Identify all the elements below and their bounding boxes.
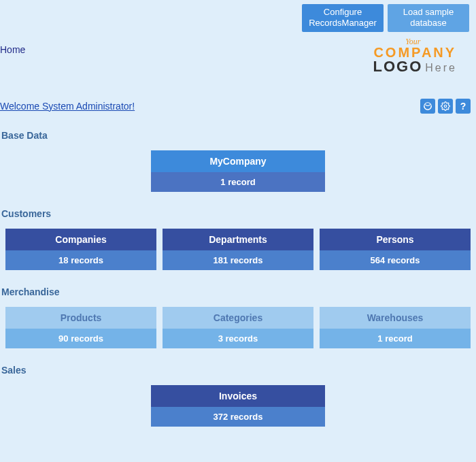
card-count: 1 record: [320, 329, 471, 348]
card-count: 372 records: [151, 407, 325, 427]
card-title: Invoices: [151, 385, 325, 407]
card-count: 1 record: [151, 172, 325, 192]
card-persons[interactable]: Persons 564 records: [320, 229, 471, 270]
card-title: Products: [5, 307, 156, 329]
welcome-link[interactable]: Welcome System Administrator!: [0, 101, 135, 112]
card-count: 564 records: [320, 250, 471, 270]
theme-icon[interactable]: [420, 99, 435, 114]
logo-logo: LOGO: [373, 59, 423, 74]
card-count: 3 records: [163, 329, 313, 348]
card-title: Companies: [5, 229, 156, 250]
section-title-merchandise: Merchandise: [0, 286, 476, 297]
configure-records-manager-button[interactable]: Configure RecordsManager: [302, 4, 384, 32]
section-title-base-data: Base Data: [0, 130, 476, 141]
gear-icon[interactable]: [438, 99, 453, 114]
section-title-customers: Customers: [0, 208, 476, 219]
load-sample-database-button[interactable]: Load sample database: [388, 4, 469, 32]
card-title: Warehouses: [320, 307, 471, 329]
card-products[interactable]: Products 90 records: [5, 307, 156, 348]
company-logo: Your COMPANY LOGO Here: [373, 37, 457, 74]
logo-company: COMPANY: [373, 46, 457, 59]
card-title: Persons: [320, 229, 471, 250]
help-icon[interactable]: ?: [456, 99, 471, 114]
svg-point-1: [444, 105, 447, 108]
card-mycompany[interactable]: MyCompany 1 record: [151, 150, 325, 192]
card-count: 181 records: [163, 250, 313, 270]
logo-your: Your: [373, 37, 453, 46]
card-title: MyCompany: [151, 150, 325, 172]
card-count: 90 records: [5, 329, 156, 348]
card-departments[interactable]: Departments 181 records: [163, 229, 313, 270]
card-companies[interactable]: Companies 18 records: [5, 229, 156, 270]
card-count: 18 records: [5, 250, 156, 270]
card-title: Departments: [163, 229, 313, 250]
card-title: Categories: [163, 307, 313, 329]
logo-here: Here: [425, 63, 457, 73]
home-link[interactable]: Home: [0, 44, 25, 55]
card-categories[interactable]: Categories 3 records: [163, 307, 313, 348]
section-title-sales: Sales: [0, 365, 476, 376]
card-invoices[interactable]: Invoices 372 records: [151, 385, 325, 427]
card-warehouses[interactable]: Warehouses 1 record: [320, 307, 471, 348]
